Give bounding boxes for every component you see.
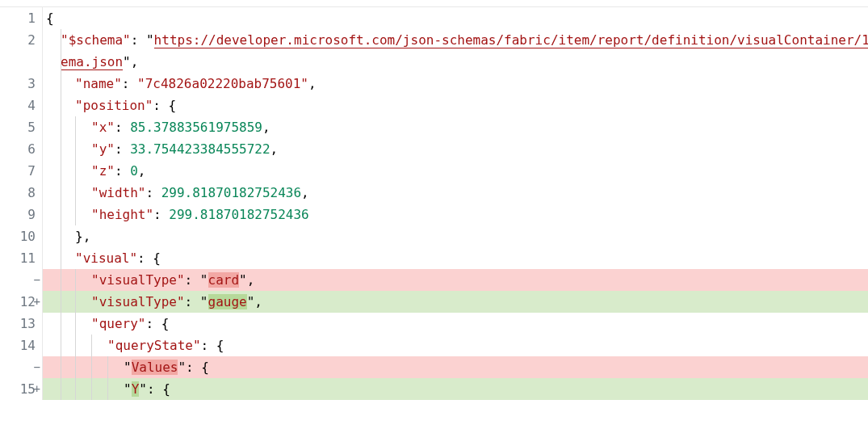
code-content[interactable]: "name": "7c4826a02220bab75601",: [43, 73, 868, 95]
code-line[interactable]: 15+"Y": {: [0, 378, 868, 400]
code-content[interactable]: {: [43, 7, 868, 29]
code-content[interactable]: "y": 33.754423384555722,: [43, 138, 868, 160]
diff-add-marker: 15+: [0, 378, 43, 400]
line-number: 2: [0, 29, 43, 73]
code-content[interactable]: "x": 85.37883561975859,: [43, 116, 868, 138]
code-content[interactable]: "position": {: [43, 95, 868, 116]
code-line[interactable]: −"Values": {: [0, 356, 868, 378]
code-content[interactable]: "visualType": "card",: [43, 269, 868, 291]
line-number: 13: [0, 313, 43, 335]
line-number: 8: [0, 182, 43, 204]
code-line[interactable]: 14"queryState": {: [0, 335, 868, 356]
diff-del-marker: −: [0, 269, 43, 291]
code-content[interactable]: },: [43, 225, 868, 247]
code-line[interactable]: 2"$schema": "https://developer.microsoft…: [0, 29, 868, 73]
code-line[interactable]: −"visualType": "card",: [0, 269, 868, 291]
code-content[interactable]: "visual": {: [43, 247, 868, 269]
code-line[interactable]: 8"width": 299.81870182752436,: [0, 182, 868, 204]
code-line[interactable]: 7"z": 0,: [0, 160, 868, 182]
line-number: 9: [0, 204, 43, 225]
code-content[interactable]: "visualType": "gauge",: [43, 291, 868, 313]
code-content[interactable]: "Y": {: [43, 378, 868, 400]
line-number: 1: [0, 7, 43, 29]
code-line[interactable]: 10},: [0, 225, 868, 247]
code-content[interactable]: "query": {: [43, 313, 868, 335]
code-content[interactable]: "queryState": {: [43, 335, 868, 356]
line-number: 7: [0, 160, 43, 182]
code-line[interactable]: 1{: [0, 7, 868, 29]
code-line[interactable]: 13"query": {: [0, 313, 868, 335]
code-line[interactable]: 12+"visualType": "gauge",: [0, 291, 868, 313]
line-number: 10: [0, 225, 43, 247]
line-number: 5: [0, 116, 43, 138]
code-content[interactable]: "height": 299.81870182752436: [43, 204, 868, 225]
line-number: 11: [0, 247, 43, 269]
code-editor[interactable]: 1{2"$schema": "https://developer.microso…: [0, 6, 868, 400]
code-content[interactable]: "Values": {: [43, 356, 868, 378]
line-number: 4: [0, 95, 43, 116]
code-line[interactable]: 4"position": {: [0, 95, 868, 116]
code-line[interactable]: 3"name": "7c4826a02220bab75601",: [0, 73, 868, 95]
code-line[interactable]: 11"visual": {: [0, 247, 868, 269]
code-content[interactable]: "$schema": "https://developer.microsoft.…: [43, 29, 868, 73]
line-number: 14: [0, 335, 43, 356]
line-number: 3: [0, 73, 43, 95]
diff-add-marker: 12+: [0, 291, 43, 313]
line-number: 6: [0, 138, 43, 160]
diff-del-marker: −: [0, 356, 43, 378]
code-line[interactable]: 6"y": 33.754423384555722,: [0, 138, 868, 160]
code-content[interactable]: "z": 0,: [43, 160, 868, 182]
code-content[interactable]: "width": 299.81870182752436,: [43, 182, 868, 204]
code-line[interactable]: 5"x": 85.37883561975859,: [0, 116, 868, 138]
code-line[interactable]: 9"height": 299.81870182752436: [0, 204, 868, 225]
